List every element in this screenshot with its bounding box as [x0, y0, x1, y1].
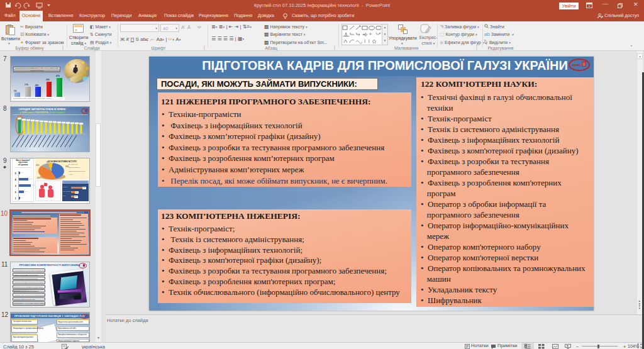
svg-text:нмц: нмц: [572, 62, 580, 67]
